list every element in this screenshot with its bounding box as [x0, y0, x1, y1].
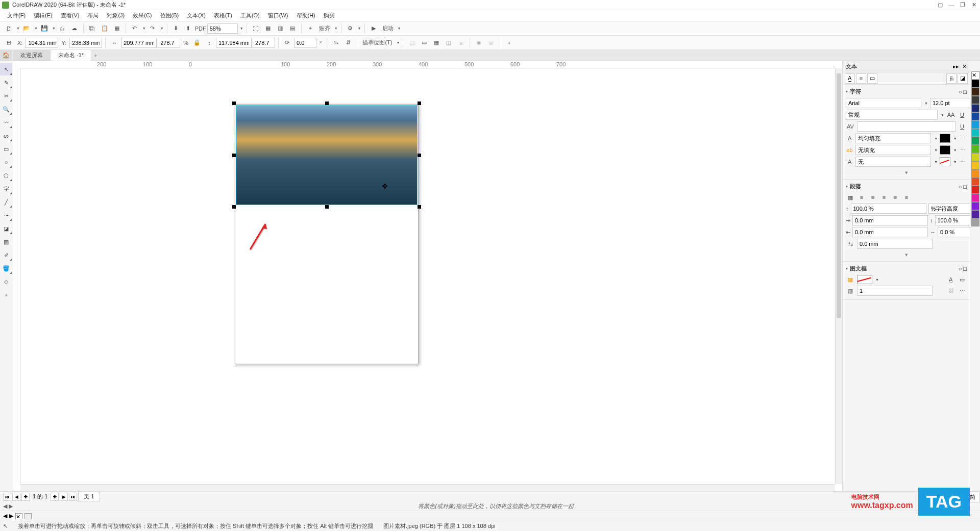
- menu-view[interactable]: 查看(V): [57, 11, 84, 20]
- fill-color[interactable]: [940, 134, 950, 143]
- height-input[interactable]: [216, 38, 252, 48]
- section-opts-icon[interactable]: ○ □: [959, 184, 967, 190]
- palette-nav-icon[interactable]: ◀ ▶: [3, 503, 13, 510]
- last-page-icon[interactable]: ⏭: [69, 493, 77, 501]
- handle-tc[interactable]: [325, 102, 329, 105]
- no-color-swatch[interactable]: ✕: [971, 71, 979, 80]
- mirror-v-icon[interactable]: ⇵: [342, 37, 354, 48]
- clipboard-icon[interactable]: ▦: [111, 23, 122, 34]
- grid-icon[interactable]: ▦: [262, 23, 274, 34]
- scale-y-input[interactable]: [253, 38, 275, 48]
- section-opts-icon[interactable]: ○ □: [959, 266, 967, 272]
- launch-label[interactable]: 启动: [380, 24, 396, 32]
- canvas-area[interactable]: 200 100 0 100 200 300 400 500 600 700 ✥: [13, 61, 842, 491]
- kerning-input[interactable]: [857, 121, 955, 132]
- handle-ml[interactable]: [232, 154, 236, 157]
- para-mode-icon[interactable]: ≡: [856, 73, 866, 84]
- guides-icon[interactable]: ▥: [275, 23, 286, 34]
- pdf-icon[interactable]: PDF: [195, 23, 206, 34]
- valign-icon[interactable]: A̲: [946, 275, 955, 284]
- lock-ratio-icon[interactable]: 🔒: [191, 37, 203, 48]
- frame-mode-icon[interactable]: ▭: [867, 73, 877, 84]
- minimize-button[interactable]: —: [947, 2, 955, 9]
- section-frame-toggle[interactable]: ▾图文框 ○ □: [846, 264, 967, 273]
- mirror-h-icon[interactable]: ⇋: [330, 37, 341, 48]
- menu-tools[interactable]: 工具(O): [236, 11, 264, 20]
- bitmap-image[interactable]: ✥: [236, 105, 418, 205]
- import-icon[interactable]: ⬇: [170, 23, 182, 34]
- ime-indicator[interactable]: CH ♪ 简: [951, 492, 981, 502]
- handle-bl[interactable]: [232, 205, 236, 209]
- nav-left-icon[interactable]: ◀: [3, 513, 7, 519]
- color-swatch[interactable]: [971, 153, 979, 161]
- close-button[interactable]: ✕: [970, 2, 978, 9]
- color-swatch[interactable]: [971, 112, 979, 120]
- frame-opt-icon[interactable]: ▭: [958, 275, 967, 284]
- handle-tr[interactable]: [418, 102, 421, 105]
- tab-document[interactable]: 未命名 -1*: [51, 50, 91, 61]
- shape-tool-icon[interactable]: ✎: [0, 77, 12, 89]
- after-input[interactable]: [852, 227, 928, 237]
- force-justify-icon[interactable]: ≡: [902, 193, 911, 202]
- font-family-input[interactable]: [846, 98, 921, 108]
- print-icon[interactable]: ⎙: [57, 23, 68, 34]
- fullscreen-icon[interactable]: ⛶: [250, 23, 261, 34]
- color-swatch[interactable]: [971, 96, 979, 104]
- prev-page-icon[interactable]: ◀: [12, 493, 20, 501]
- align-right-icon[interactable]: ≡: [879, 193, 889, 202]
- horizontal-scrollbar[interactable]: [20, 484, 835, 491]
- bg-more-icon[interactable]: ⋯: [959, 147, 967, 154]
- font-style-input[interactable]: [846, 110, 938, 120]
- add-page-after-icon[interactable]: 🞤: [51, 493, 59, 501]
- expand-para-icon[interactable]: ▾: [846, 250, 967, 259]
- new-icon[interactable]: 🗋: [3, 23, 14, 34]
- add-icon[interactable]: +: [503, 37, 514, 48]
- menu-bitmap[interactable]: 位图(B): [156, 11, 183, 20]
- ruler-icon[interactable]: ▤: [287, 23, 298, 34]
- rotation-input[interactable]: [294, 38, 316, 48]
- outline-color[interactable]: [940, 157, 950, 166]
- vertical-ruler[interactable]: [13, 68, 20, 484]
- before-input[interactable]: [852, 215, 928, 225]
- menu-help[interactable]: 帮助(H): [292, 11, 320, 20]
- bg-mode-input[interactable]: [855, 145, 931, 155]
- outline-indicator[interactable]: [24, 513, 32, 519]
- color-swatch[interactable]: [971, 88, 979, 96]
- outline-more-icon[interactable]: ⋯: [959, 159, 967, 165]
- wrap-icon[interactable]: ≡: [455, 37, 467, 48]
- color-swatch[interactable]: [971, 129, 979, 137]
- columns-input[interactable]: [857, 286, 933, 296]
- plus-tool-icon[interactable]: +: [0, 289, 12, 301]
- cloud-icon[interactable]: ☁: [69, 23, 80, 34]
- color-swatch[interactable]: [971, 104, 979, 112]
- color-swatch[interactable]: [971, 80, 979, 88]
- section-para-toggle[interactable]: ▾段落 ○ □: [846, 182, 967, 191]
- reset-icon[interactable]: ◪: [958, 73, 968, 84]
- link-frame-icon[interactable]: ⛓: [946, 286, 955, 295]
- vertical-scrollbar[interactable]: [835, 68, 842, 484]
- menu-window[interactable]: 窗口(W): [264, 11, 292, 20]
- trace-label[interactable]: 描摹位图(T): [360, 39, 394, 46]
- rectangle-tool-icon[interactable]: ▭: [0, 143, 12, 155]
- canvas[interactable]: ✥: [20, 68, 835, 484]
- y-input[interactable]: [69, 38, 102, 48]
- crop-tool-icon[interactable]: ✂: [0, 90, 12, 102]
- nav-right-icon[interactable]: ▶: [9, 513, 13, 519]
- pick-tool-icon[interactable]: ↖: [0, 63, 12, 75]
- color-swatch[interactable]: [971, 120, 979, 129]
- bg-color[interactable]: [940, 145, 950, 155]
- frame-more-icon[interactable]: ⋯: [958, 288, 967, 294]
- justify-icon[interactable]: ≡: [891, 193, 900, 202]
- crop-icon[interactable]: ⬚: [406, 37, 418, 48]
- color-swatch[interactable]: [971, 137, 979, 145]
- outline-input[interactable]: [855, 157, 931, 167]
- extract-icon[interactable]: ◎: [485, 37, 497, 48]
- page-tab[interactable]: 页 1: [78, 492, 100, 501]
- x-input[interactable]: [26, 38, 58, 48]
- zoom-tool-icon[interactable]: 🔍: [0, 103, 12, 115]
- menu-edit[interactable]: 编辑(E): [30, 11, 57, 20]
- scale-x-input[interactable]: [158, 38, 180, 48]
- min-doc-icon[interactable]: ▢: [936, 2, 944, 9]
- expand-char-icon[interactable]: ▾: [846, 168, 967, 177]
- handle-br[interactable]: [418, 205, 421, 209]
